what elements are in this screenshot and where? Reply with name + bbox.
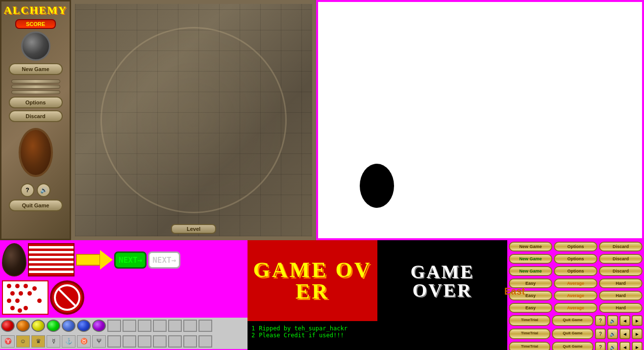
rpanel-hard-1[interactable]: Hard (599, 278, 643, 288)
rpanel-quit-3[interactable]: Quit Game (552, 342, 594, 350)
black-oval (360, 164, 394, 208)
credit-num-2: 2 (251, 332, 255, 339)
rpanel-easy-3[interactable]: Easy (509, 303, 552, 313)
symbol-taurus[interactable]: ♉ (77, 335, 91, 348)
gem-green[interactable] (47, 320, 60, 332)
rpanel-timetrial-2[interactable]: TimeTrial (509, 328, 550, 339)
gem-empty-6 (183, 320, 197, 332)
credits-area: 1 Ripped by teh_supar_hackr 2 Please Cre… (248, 321, 507, 350)
rpanel-row-2: New Game Options Discard (509, 254, 643, 264)
rpanel-hard-3[interactable]: Hard (599, 303, 643, 313)
gem-empty-4 (153, 320, 167, 332)
rpanel-row-3: New Game Options Discard (509, 266, 643, 276)
gem-orange[interactable] (16, 320, 30, 332)
next-white-button[interactable]: NEXT→ (148, 251, 180, 269)
rpanel-timetrial-3[interactable]: TimeTrial (509, 342, 550, 350)
slider-bar-2[interactable] (11, 85, 60, 89)
rpanel-avg-2[interactable]: Average (554, 291, 597, 300)
stripe-block (28, 243, 74, 276)
gem-red[interactable] (1, 320, 15, 332)
help-button[interactable]: ? (21, 183, 34, 197)
rpanel-avg-1[interactable]: Average (554, 278, 597, 288)
no-entry-sign (50, 280, 84, 315)
rpanel-options-1[interactable]: Options (554, 242, 597, 251)
gem-empty-7 (198, 320, 212, 332)
rpanel-help-1[interactable]: ? (595, 315, 606, 326)
title-logo: ALCHEMY (4, 4, 67, 17)
credit-text-1: Ripped by teh_supar_hackr (259, 325, 347, 332)
rpanel-discard-2[interactable]: Discard (599, 254, 643, 264)
bottom-icons: ? 🔊 (21, 183, 50, 197)
rpanel-new-game-2[interactable]: New Game (509, 254, 552, 264)
rpanel-right-1[interactable]: ► (632, 315, 643, 326)
sym-empty-1 (107, 335, 121, 348)
brown-oval-decoration (19, 128, 53, 177)
rpanel-avg-3[interactable]: Average (554, 303, 597, 313)
gem-empty-1 (107, 320, 121, 332)
gem-blue-light[interactable] (62, 320, 75, 332)
red-dots-block (2, 280, 49, 315)
rpanel-help-2[interactable]: ? (595, 328, 606, 339)
slider-bar-3[interactable] (11, 90, 60, 94)
rpanel-new-game-1[interactable]: New Game (509, 242, 552, 251)
slider-bar-1[interactable] (11, 79, 60, 83)
score-button[interactable]: SCORE (15, 19, 56, 29)
rpanel-right-2[interactable]: ► (632, 328, 643, 339)
rpanel-timetrial-1[interactable]: TimeTrial (509, 315, 550, 326)
symbol-crown[interactable]: ♛ (31, 335, 45, 348)
rpanel-timetrial-row-1: TimeTrial Quit Game ? 🔊 ◄ ► (509, 315, 643, 326)
rpanel-row-1: New Game Options Discard (509, 242, 643, 251)
rpanel-left-1[interactable]: ◄ (619, 315, 630, 326)
rpanel-sound-1[interactable]: 🔊 (607, 315, 618, 326)
gem-empty-2 (123, 320, 136, 332)
gem-yellow[interactable] (31, 320, 45, 332)
dark-egg-icon (2, 243, 26, 276)
slider-area (11, 79, 60, 94)
rpanel-new-game-3[interactable]: New Game (509, 266, 552, 276)
top-right-area (316, 0, 644, 240)
rpanel-options-3[interactable]: Options (554, 266, 597, 276)
rpanel-hard-2[interactable]: Hard (599, 291, 643, 300)
gem-purple[interactable] (92, 320, 106, 332)
game-grid[interactable] (75, 4, 312, 236)
rpanel-discard-3[interactable]: Discard (599, 266, 643, 276)
symbol-mercury[interactable]: ☿ (47, 335, 60, 348)
rpanel-left-3[interactable]: ◄ (619, 342, 630, 350)
new-game-button[interactable]: New Game (9, 63, 63, 75)
rpanel-timetrial-row-2: TimeTrial Quit Game ? 🔊 ◄ ► (509, 328, 643, 339)
rpanel-help-3[interactable]: ? (595, 342, 606, 350)
symbol-aries[interactable]: ♈ (1, 335, 15, 348)
symbol-face[interactable]: ☺ (16, 335, 30, 348)
symbol-psi[interactable]: Ψ (92, 335, 106, 348)
rpanel-options-2[interactable]: Options (554, 254, 597, 264)
symbols-row: ♈ ☺ ♛ ☿ ⚓ ♉ Ψ (0, 333, 248, 349)
rpanel-diff-row-1: Easy Average Hard (509, 278, 643, 288)
gameover-black-text: GAMEOVER (408, 260, 476, 302)
sym-empty-6 (183, 335, 197, 348)
quit-game-button[interactable]: Quit Game (9, 200, 63, 211)
rpanel-left-2[interactable]: ◄ (619, 328, 630, 339)
discard-button[interactable]: Discard (9, 110, 63, 122)
symbol-anchor[interactable]: ⚓ (62, 335, 75, 348)
yellow-arrow (76, 250, 113, 270)
rpanel-right-3[interactable]: ► (632, 342, 643, 350)
rpanel-diff-row-3: Easy Average Hard (509, 303, 643, 313)
gems-row (0, 318, 248, 333)
sym-empty-2 (123, 335, 136, 348)
rpanel-discard-1[interactable]: Discard (599, 242, 643, 251)
rpanel-quit-2[interactable]: Quit Game (552, 328, 594, 339)
rpanel-sound-2[interactable]: 🔊 (607, 328, 618, 339)
credit-line-1: 1 Ripped by teh_supar_hackr (251, 325, 503, 332)
gameover-black-panel: GAMEOVER (377, 240, 507, 321)
sound-button[interactable]: 🔊 (37, 183, 50, 197)
next-green-button[interactable]: NEXT→ (114, 251, 147, 269)
gameover-red-panel: GAME OVER (248, 240, 377, 321)
credit-text-2: Please Credit if used!!! (259, 332, 344, 339)
gem-blue-dark[interactable] (77, 320, 91, 332)
rpanel-sound-3[interactable]: 🔊 (607, 342, 618, 350)
east-label: East (504, 286, 525, 297)
rpanel-quit-1[interactable]: Quit Game (552, 315, 594, 326)
game-board: Level (71, 0, 316, 240)
sym-empty-3 (138, 335, 151, 348)
options-button[interactable]: Options (9, 97, 63, 108)
